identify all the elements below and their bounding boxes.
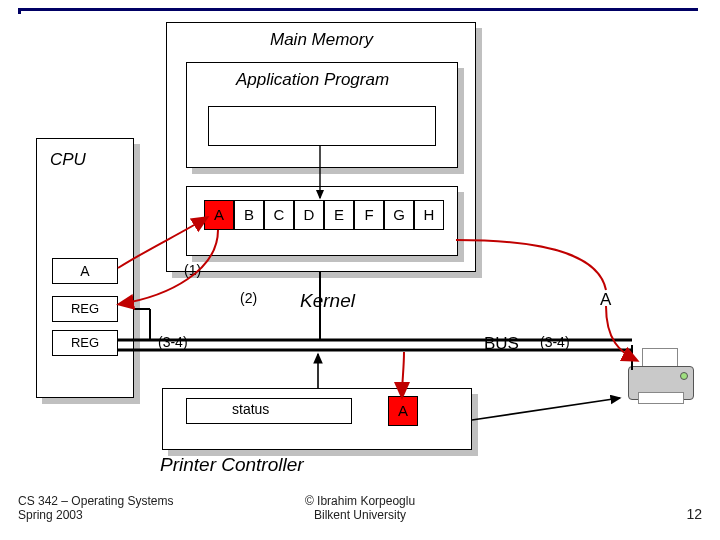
footer-center: © Ibrahim Korpeoglu Bilkent University	[0, 494, 720, 522]
cell-a: A	[204, 200, 234, 230]
status-label: status	[232, 401, 269, 417]
cell-h: H	[414, 200, 444, 230]
step-34-right: (3-4)	[540, 334, 570, 350]
step-1: (1)	[184, 262, 201, 278]
status-cell-a: A	[388, 396, 418, 426]
controller-title: Printer Controller	[160, 454, 304, 476]
cell-f: F	[354, 200, 384, 230]
svg-line-8	[472, 398, 620, 420]
right-a-label: A	[600, 290, 611, 310]
slide-frame	[18, 8, 698, 14]
cell-b: B	[234, 200, 264, 230]
kernel-title: Kernel	[300, 290, 355, 312]
printer-icon	[622, 348, 700, 408]
cpu-reg2: REG	[52, 330, 118, 356]
cpu-reg1: REG	[52, 296, 118, 322]
cpu-reg-a: A	[52, 258, 118, 284]
cell-g: G	[384, 200, 414, 230]
cell-c: C	[264, 200, 294, 230]
step-34-left: (3-4)	[158, 334, 188, 350]
cpu-title: CPU	[50, 150, 86, 170]
cell-e: E	[324, 200, 354, 230]
footer-university: Bilkent University	[314, 508, 406, 522]
step-2: (2)	[240, 290, 257, 306]
main-memory-title: Main Memory	[270, 30, 373, 50]
app-title: Application Program	[236, 70, 389, 90]
cell-d: D	[294, 200, 324, 230]
bus-label: BUS	[484, 334, 519, 354]
footer-page: 12	[686, 506, 702, 522]
app-inner-box	[208, 106, 436, 146]
footer-copyright: © Ibrahim Korpeoglu	[305, 494, 415, 508]
